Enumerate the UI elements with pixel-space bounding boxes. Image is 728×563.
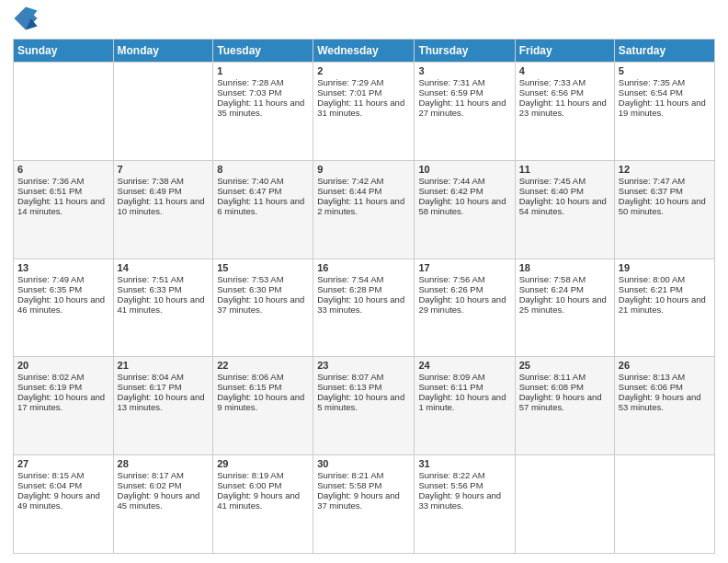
- sunset-text: Sunset: 6:08 PM: [519, 382, 610, 392]
- sunset-text: Sunset: 6:26 PM: [418, 284, 510, 294]
- day-of-week-header: Monday: [113, 40, 213, 63]
- sunrise-text: Sunrise: 8:17 AM: [118, 470, 210, 480]
- sunset-text: Sunset: 5:56 PM: [418, 480, 510, 490]
- calendar-cell: 8Sunrise: 7:40 AMSunset: 6:47 PMDaylight…: [213, 160, 313, 259]
- calendar-cell: 6Sunrise: 7:36 AMSunset: 6:51 PMDaylight…: [14, 160, 114, 259]
- daylight-text: Daylight: 9 hours and 37 minutes.: [317, 490, 410, 511]
- day-number: 20: [17, 360, 109, 371]
- sunset-text: Sunset: 6:59 PM: [418, 87, 510, 98]
- daylight-text: Daylight: 11 hours and 14 minutes.: [17, 196, 109, 216]
- sunset-text: Sunset: 6:37 PM: [619, 186, 711, 196]
- day-of-week-header: Tuesday: [213, 40, 313, 63]
- sunrise-text: Sunrise: 8:21 AM: [317, 470, 410, 480]
- day-number: 21: [118, 360, 210, 371]
- sunrise-text: Sunrise: 7:38 AM: [118, 176, 210, 186]
- calendar-cell: 31Sunrise: 8:22 AMSunset: 5:56 PMDayligh…: [415, 455, 515, 554]
- day-number: 15: [217, 262, 309, 273]
- sunset-text: Sunset: 6:00 PM: [217, 480, 309, 490]
- calendar-cell: 12Sunrise: 7:47 AMSunset: 6:37 PMDayligh…: [614, 160, 714, 259]
- calendar-cell: 30Sunrise: 8:21 AMSunset: 5:58 PMDayligh…: [313, 455, 415, 554]
- sunset-text: Sunset: 6:21 PM: [619, 284, 711, 294]
- daylight-text: Daylight: 11 hours and 10 minutes.: [118, 196, 210, 216]
- day-number: 31: [418, 458, 510, 469]
- day-number: 16: [317, 262, 410, 273]
- sunrise-text: Sunrise: 8:06 AM: [217, 372, 309, 382]
- calendar-cell: [515, 455, 614, 554]
- logo-icon: [13, 6, 39, 31]
- daylight-text: Daylight: 9 hours and 49 minutes.: [17, 490, 109, 511]
- day-number: 7: [118, 164, 210, 175]
- daylight-text: Daylight: 11 hours and 27 minutes.: [418, 98, 510, 118]
- sunset-text: Sunset: 6:51 PM: [17, 186, 109, 196]
- sunset-text: Sunset: 6:06 PM: [619, 382, 711, 392]
- daylight-text: Daylight: 10 hours and 58 minutes.: [418, 196, 510, 216]
- logo: [13, 9, 40, 31]
- sunset-text: Sunset: 6:24 PM: [519, 284, 610, 294]
- daylight-text: Daylight: 9 hours and 45 minutes.: [118, 490, 210, 511]
- sunrise-text: Sunrise: 7:29 AM: [317, 77, 410, 87]
- sunrise-text: Sunrise: 8:04 AM: [118, 372, 210, 382]
- day-of-week-header: Thursday: [415, 40, 515, 63]
- day-number: 3: [418, 65, 510, 76]
- sunrise-text: Sunrise: 7:47 AM: [619, 176, 711, 186]
- calendar-cell: [614, 455, 714, 554]
- daylight-text: Daylight: 11 hours and 23 minutes.: [519, 98, 610, 118]
- calendar-cell: 28Sunrise: 8:17 AMSunset: 6:02 PMDayligh…: [113, 455, 213, 554]
- calendar-week-row: 1Sunrise: 7:28 AMSunset: 7:03 PMDaylight…: [14, 63, 715, 161]
- calendar-cell: 27Sunrise: 8:15 AMSunset: 6:04 PMDayligh…: [14, 455, 114, 554]
- daylight-text: Daylight: 10 hours and 5 minutes.: [317, 392, 410, 412]
- calendar-cell: 11Sunrise: 7:45 AMSunset: 6:40 PMDayligh…: [515, 160, 614, 259]
- sunset-text: Sunset: 6:30 PM: [217, 284, 309, 294]
- day-number: 18: [519, 262, 610, 273]
- sunrise-text: Sunrise: 7:58 AM: [519, 274, 610, 284]
- sunset-text: Sunset: 5:58 PM: [317, 480, 410, 490]
- sunrise-text: Sunrise: 7:31 AM: [418, 77, 510, 87]
- daylight-text: Daylight: 10 hours and 9 minutes.: [217, 392, 309, 412]
- sunrise-text: Sunrise: 8:02 AM: [17, 372, 109, 382]
- sunrise-text: Sunrise: 7:36 AM: [17, 176, 109, 186]
- day-of-week-header: Wednesday: [313, 40, 415, 63]
- daylight-text: Daylight: 10 hours and 54 minutes.: [519, 196, 610, 216]
- calendar-cell: 5Sunrise: 7:35 AMSunset: 6:54 PMDaylight…: [614, 63, 714, 161]
- daylight-text: Daylight: 9 hours and 57 minutes.: [519, 392, 610, 412]
- calendar-cell: 25Sunrise: 8:11 AMSunset: 6:08 PMDayligh…: [515, 357, 614, 455]
- sunset-text: Sunset: 6:11 PM: [418, 382, 510, 392]
- sunset-text: Sunset: 7:03 PM: [217, 87, 309, 98]
- calendar-cell: 18Sunrise: 7:58 AMSunset: 6:24 PMDayligh…: [515, 259, 614, 357]
- day-number: 19: [619, 262, 711, 273]
- sunrise-text: Sunrise: 8:00 AM: [619, 274, 711, 284]
- sunset-text: Sunset: 6:49 PM: [118, 186, 210, 196]
- sunrise-text: Sunrise: 8:22 AM: [418, 470, 510, 480]
- day-number: 30: [317, 458, 410, 469]
- page-container: SundayMondayTuesdayWednesdayThursdayFrid…: [0, 0, 728, 563]
- sunset-text: Sunset: 6:54 PM: [619, 87, 711, 98]
- daylight-text: Daylight: 11 hours and 6 minutes.: [217, 196, 309, 216]
- calendar-cell: 22Sunrise: 8:06 AMSunset: 6:15 PMDayligh…: [213, 357, 313, 455]
- sunset-text: Sunset: 6:35 PM: [17, 284, 109, 294]
- calendar-cell: 19Sunrise: 8:00 AMSunset: 6:21 PMDayligh…: [614, 259, 714, 357]
- sunset-text: Sunset: 6:28 PM: [317, 284, 410, 294]
- sunrise-text: Sunrise: 8:11 AM: [519, 372, 610, 382]
- calendar-cell: 4Sunrise: 7:33 AMSunset: 6:56 PMDaylight…: [515, 63, 614, 161]
- calendar-cell: 9Sunrise: 7:42 AMSunset: 6:44 PMDaylight…: [313, 160, 415, 259]
- day-number: 17: [418, 262, 510, 273]
- day-number: 27: [17, 458, 109, 469]
- calendar-cell: 14Sunrise: 7:51 AMSunset: 6:33 PMDayligh…: [113, 259, 213, 357]
- calendar-week-row: 27Sunrise: 8:15 AMSunset: 6:04 PMDayligh…: [14, 455, 715, 554]
- daylight-text: Daylight: 10 hours and 13 minutes.: [118, 392, 210, 412]
- calendar-cell: 7Sunrise: 7:38 AMSunset: 6:49 PMDaylight…: [113, 160, 213, 259]
- day-of-week-header: Friday: [515, 40, 614, 63]
- calendar-cell: 24Sunrise: 8:09 AMSunset: 6:11 PMDayligh…: [415, 357, 515, 455]
- day-number: 22: [217, 360, 309, 371]
- daylight-text: Daylight: 10 hours and 21 minutes.: [619, 294, 711, 315]
- calendar-cell: 20Sunrise: 8:02 AMSunset: 6:19 PMDayligh…: [14, 357, 114, 455]
- day-number: 10: [418, 164, 510, 175]
- day-number: 24: [418, 360, 510, 371]
- sunset-text: Sunset: 6:19 PM: [17, 382, 109, 392]
- daylight-text: Daylight: 9 hours and 41 minutes.: [217, 490, 309, 511]
- calendar-cell: 2Sunrise: 7:29 AMSunset: 7:01 PMDaylight…: [313, 63, 415, 161]
- daylight-text: Daylight: 9 hours and 53 minutes.: [619, 392, 711, 412]
- calendar-cell: 16Sunrise: 7:54 AMSunset: 6:28 PMDayligh…: [313, 259, 415, 357]
- day-number: 13: [17, 262, 109, 273]
- calendar-cell: 10Sunrise: 7:44 AMSunset: 6:42 PMDayligh…: [415, 160, 515, 259]
